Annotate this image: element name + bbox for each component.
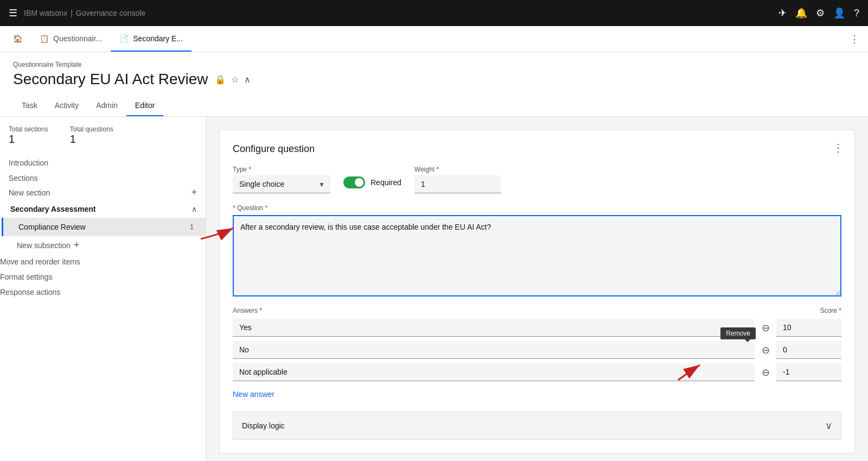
type-select-wrapper: Single choice Multiple choice Text Numbe… (233, 175, 330, 193)
sections-label: Sections (9, 174, 38, 182)
answer-input-2[interactable] (233, 363, 755, 381)
tab-home[interactable]: 🏠 (4, 26, 31, 52)
remove-answer-0[interactable]: ⊖ (759, 321, 772, 334)
star-icon[interactable]: ☆ (231, 74, 239, 85)
type-row: Type * Single choice Multiple choice Tex… (233, 166, 841, 193)
app-title: IBM watsonx | Governance console (24, 9, 145, 17)
brand-name: IBM watsonx (24, 9, 67, 17)
app-name: Governance console (76, 9, 145, 17)
header-icons: 🔒 ☆ ∧ (215, 74, 251, 85)
configure-panel: Configure question ⋮ Type * Single choic… (219, 130, 855, 453)
sub-tabs: Task Activity Admin Editor (13, 97, 855, 116)
total-questions-value: 1 (70, 133, 113, 146)
questionnaire-tab-icon: 📋 (40, 34, 49, 43)
sidebar-footer: Move and reorder items Format settings R… (0, 254, 206, 300)
share-icon[interactable]: ✈ (778, 7, 787, 19)
answers-header-row: Answers * Score * (233, 307, 841, 314)
sidebar-new-section-row: New section + (0, 185, 206, 200)
score-input-2[interactable] (776, 363, 841, 381)
sidebar-introduction[interactable]: Introduction (0, 154, 206, 172)
add-subsection-icon[interactable]: + (74, 239, 80, 251)
child-name: Compliance Review (18, 223, 86, 231)
tab-bar: 🏠 📋 Questionnair... 📄 Secondary E... ⋮ (0, 26, 868, 52)
notification-icon[interactable]: 🔔 (795, 7, 807, 19)
question-textarea[interactable]: After a secondary review, is this use ca… (233, 215, 841, 296)
tab-task[interactable]: Task (13, 97, 46, 116)
total-questions-label: Total questions (70, 125, 113, 133)
help-icon[interactable]: ? (854, 8, 859, 19)
question-label: * Question * (233, 204, 841, 212)
menu-icon[interactable]: ☰ (9, 7, 17, 19)
page-header: Questionnaire Template Secondary EU AI A… (0, 52, 868, 117)
remove-tooltip-text: Remove (720, 327, 756, 339)
sidebar-footer-response[interactable]: Response actions (0, 285, 206, 300)
title-separator: | (71, 9, 73, 17)
group-collapse-icon[interactable]: ∧ (192, 205, 197, 213)
total-sections-label: Total sections (9, 125, 48, 133)
configure-panel-title: Configure question (233, 143, 841, 155)
total-questions-stat: Total questions 1 (70, 125, 113, 146)
answer-item-2: ⊖ (233, 363, 841, 381)
answer-input-1[interactable] (233, 341, 755, 359)
remove-answer-2[interactable]: ⊖ (759, 366, 772, 379)
panel-overflow-icon[interactable]: ⋮ (833, 141, 844, 154)
required-label: Required (371, 178, 401, 187)
type-label: Type * (233, 166, 330, 173)
sidebar-footer-format[interactable]: Format settings (0, 269, 206, 285)
sidebar-sections-row: Sections (0, 172, 206, 185)
sidebar-footer-move[interactable]: Move and reorder items (0, 254, 206, 269)
page-title: Secondary EU AI Act Review (13, 71, 208, 88)
lock-icon[interactable]: 🔒 (215, 74, 226, 85)
answer-input-0[interactable] (233, 319, 755, 337)
group-name: Secondary Assessment (10, 205, 95, 213)
tab-questionnaire[interactable]: 📋 Questionnair... (31, 26, 111, 52)
tab-bar-end: ⋮ (850, 26, 864, 52)
weight-input[interactable] (414, 175, 501, 193)
settings-icon[interactable]: ⚙ (816, 7, 825, 19)
type-select[interactable]: Single choice Multiple choice Text Numbe… (233, 175, 330, 193)
remove-tooltip-wrapper: ⊖ Remove (759, 344, 772, 357)
type-field: Type * Single choice Multiple choice Tex… (233, 166, 330, 193)
page-header-meta: Questionnaire Template (13, 61, 855, 68)
tab-secondary[interactable]: 📄 Secondary E... (111, 26, 192, 52)
secondary-tab-icon: 📄 (119, 34, 129, 43)
tab-editor[interactable]: Editor (126, 97, 164, 116)
remove-answer-1[interactable]: ⊖ (759, 344, 772, 357)
sidebar-subsection-row: New subsection + (2, 236, 206, 254)
display-logic-expand-icon[interactable]: ∨ (825, 420, 832, 432)
tab-activity[interactable]: Activity (46, 97, 87, 116)
sidebar-group-header[interactable]: Secondary Assessment ∧ (2, 200, 206, 218)
sidebar: Total sections 1 Total questions 1 Intro… (0, 117, 206, 461)
tab-admin[interactable]: Admin (87, 97, 126, 116)
sidebar-child-compliance[interactable]: Compliance Review 1 (2, 218, 206, 236)
weight-label: Weight * (414, 166, 501, 173)
required-toggle[interactable] (343, 176, 365, 188)
new-answer-button[interactable]: New answer (233, 386, 275, 403)
user-icon[interactable]: 👤 (833, 7, 845, 19)
required-toggle-row: Required (343, 166, 401, 188)
new-section-label: New section (9, 188, 50, 197)
top-nav-icons: ✈ 🔔 ⚙ 👤 ? (778, 7, 859, 19)
add-section-icon[interactable]: + (191, 187, 197, 198)
home-icon: 🏠 (13, 34, 22, 43)
child-badge: 1 (187, 222, 197, 232)
score-label: Score * (820, 307, 841, 314)
secondary-tab-label: Secondary E... (133, 34, 183, 43)
main-content: Configure question ⋮ Type * Single choic… (206, 117, 868, 461)
sidebar-stats: Total sections 1 Total questions 1 (0, 125, 206, 154)
tab-more-icon[interactable]: ⋮ (850, 33, 859, 45)
score-input-1[interactable] (776, 341, 841, 359)
display-logic-label: Display logic (242, 421, 285, 430)
collapse-icon[interactable]: ∧ (244, 74, 251, 85)
total-sections-stat: Total sections 1 (9, 125, 48, 146)
sidebar-group-secondary: Secondary Assessment ∧ Compliance Review… (0, 200, 206, 254)
subsection-label: New subsection (17, 241, 71, 250)
score-input-0[interactable] (776, 319, 841, 337)
top-nav: ☰ IBM watsonx | Governance console ✈ 🔔 ⚙… (0, 0, 868, 26)
display-logic-row[interactable]: Display logic ∨ (233, 412, 841, 440)
questionnaire-tab-label: Questionnair... (53, 34, 102, 43)
main-layout: Total sections 1 Total questions 1 Intro… (0, 117, 868, 461)
weight-field: Weight * (414, 166, 501, 193)
answers-label: Answers * (233, 307, 262, 314)
total-sections-value: 1 (9, 133, 48, 146)
